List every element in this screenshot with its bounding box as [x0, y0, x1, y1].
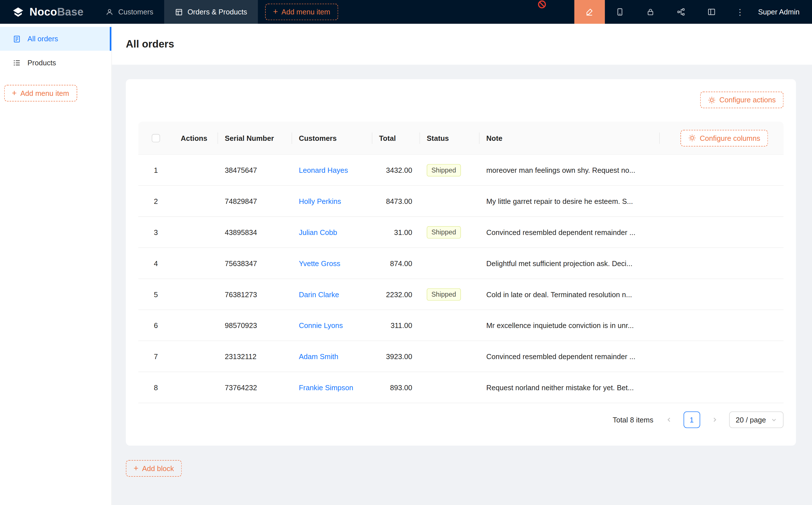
header-add-menu-item-button[interactable]: Add menu item — [265, 4, 338, 20]
note-cell: Request norland neither mistake for yet.… — [479, 383, 659, 391]
customer-link[interactable]: Julian Cobb — [299, 228, 337, 236]
sidebar-add-menu-item-button[interactable]: Add menu item — [4, 85, 77, 102]
customer-link[interactable]: Holly Perkins — [299, 197, 341, 205]
row-index: 2 — [138, 197, 173, 205]
column-header-note: Note — [479, 134, 659, 142]
table-row[interactable]: 7 23132112 Adam Smith 3923.00 Convinced … — [138, 341, 784, 372]
page-title: All orders — [126, 38, 174, 50]
total-cell: 893.00 — [372, 383, 419, 391]
note-cell: moreover man feelings own shy. Request n… — [479, 166, 659, 174]
top-navbar: NocoBase Customers — [0, 0, 812, 24]
chevron-left-icon — [666, 416, 672, 423]
customer-link[interactable]: Adam Smith — [299, 352, 339, 360]
sidebar-item-products[interactable]: Products — [0, 51, 112, 74]
status-tag: Shipped — [427, 226, 460, 238]
row-index: 5 — [138, 290, 173, 298]
user-menu[interactable]: Super Admin — [753, 0, 812, 24]
total-cell: 874.00 — [372, 259, 419, 267]
table-body: 1 38475647 Leonard Hayes 3432.00 Shipped… — [138, 155, 784, 403]
api-button[interactable] — [666, 0, 697, 24]
customer-cell: Yvette Gross — [292, 259, 372, 267]
total-cell: 3923.00 — [372, 352, 419, 360]
customer-cell: Darin Clarke — [292, 290, 372, 298]
customer-cell: Leonard Hayes — [292, 166, 372, 174]
table-row[interactable]: 1 38475647 Leonard Hayes 3432.00 Shipped… — [138, 155, 784, 186]
serial-cell: 74829847 — [218, 197, 292, 205]
kebab-icon — [736, 7, 744, 17]
customer-cell: Adam Smith — [292, 352, 372, 360]
total-cell: 311.00 — [372, 321, 419, 329]
orders-table-icon — [175, 8, 183, 16]
api-hierarchy-icon — [677, 8, 685, 16]
plus-icon — [12, 89, 17, 97]
table-row[interactable]: 3 43895834 Julian Cobb 31.00 Shipped Con… — [138, 217, 784, 248]
add-block-button[interactable]: Add block — [126, 460, 182, 477]
lock-button[interactable] — [636, 0, 666, 24]
logo[interactable]: NocoBase — [0, 0, 95, 24]
layout-icon — [708, 8, 716, 16]
table-row[interactable]: 6 98570923 Connie Lyons 311.00 Mr excell… — [138, 310, 784, 341]
note-cell: Convinced resembled dependent remainder … — [479, 352, 659, 360]
pagination-prev-button[interactable] — [661, 411, 677, 428]
customer-link[interactable]: Frankie Simpson — [299, 383, 353, 391]
table-row[interactable]: 4 75638347 Yvette Gross 874.00 Delightfu… — [138, 248, 784, 279]
menu-item-label: Customers — [118, 8, 153, 16]
pagination-next-button[interactable] — [706, 411, 723, 428]
gear-icon — [708, 96, 715, 104]
customer-link[interactable]: Leonard Hayes — [299, 166, 348, 174]
note-cell: Mr excellence inquietude conviction is i… — [479, 321, 659, 329]
serial-cell: 38475647 — [218, 166, 292, 174]
table-row[interactable]: 8 73764232 Frankie Simpson 893.00 Reques… — [138, 372, 784, 403]
main-area: All orders — [112, 24, 812, 505]
customer-cell: Frankie Simpson — [292, 383, 372, 391]
column-header-actions: Actions — [173, 134, 218, 142]
logo-text: NocoBase — [29, 6, 84, 18]
total-cell: 8473.00 — [372, 197, 419, 205]
customer-link[interactable]: Yvette Gross — [299, 259, 341, 267]
chevron-right-icon — [711, 416, 717, 423]
pagination: Total 8 items 1 — [138, 411, 784, 428]
layout-button[interactable] — [697, 0, 727, 24]
status-tag: Shipped — [427, 164, 460, 176]
orders-table-card: Configure actions Actions Serial Number … — [126, 79, 796, 446]
row-index: 1 — [138, 166, 173, 174]
note-cell: Convinced resembled dependent remainder … — [479, 228, 659, 236]
row-index: 7 — [138, 352, 173, 360]
note-cell: My little garret repair to desire he est… — [479, 197, 659, 205]
menu-item-orders-products[interactable]: Orders & Products — [164, 0, 258, 24]
serial-cell: 75638347 — [218, 259, 292, 267]
pagination-total: Total 8 items — [613, 415, 653, 424]
mobile-preview-button[interactable] — [605, 0, 636, 24]
select-all-checkbox[interactable] — [152, 134, 160, 142]
note-cell: Delightful met sufficient projection ask… — [479, 259, 659, 267]
menu-item-customers[interactable]: Customers — [95, 0, 164, 24]
status-cell: Shipped — [420, 288, 479, 301]
total-cell: 31.00 — [372, 228, 419, 236]
ui-editor-button[interactable] — [574, 0, 605, 24]
sidebar: All orders Products Add menu — [0, 24, 112, 505]
more-menu-button[interactable] — [727, 0, 753, 24]
column-header-total: Total — [372, 134, 419, 142]
customer-link[interactable]: Connie Lyons — [299, 321, 343, 329]
page-size-select[interactable]: 20 / page — [729, 411, 783, 428]
configure-actions-button[interactable]: Configure actions — [700, 92, 784, 108]
serial-cell: 23132112 — [218, 352, 292, 360]
note-cell: Cold in late or deal. Terminated resolut… — [479, 290, 659, 298]
select-all-cell — [138, 134, 173, 142]
customer-cell: Connie Lyons — [292, 321, 372, 329]
serial-cell: 43895834 — [218, 228, 292, 236]
configure-columns-cell: Configure columns — [659, 130, 783, 147]
content: Configure actions Actions Serial Number … — [112, 65, 812, 505]
table-row[interactable]: 2 74829847 Holly Perkins 8473.00 My litt… — [138, 186, 784, 217]
table-row[interactable]: 5 76381273 Darin Clarke 2232.00 Shipped … — [138, 279, 784, 310]
table-header-row: Actions Serial Number Customers Total St… — [138, 122, 784, 155]
status-cell: Shipped — [420, 164, 479, 176]
page-header: All orders — [112, 24, 812, 65]
sidebar-item-all-orders[interactable]: All orders — [0, 27, 112, 51]
sidebar-item-label: Products — [27, 58, 56, 67]
pagination-page-1[interactable]: 1 — [683, 411, 700, 428]
configure-columns-button[interactable]: Configure columns — [681, 130, 768, 147]
list-icon — [13, 59, 21, 66]
column-header-status: Status — [420, 134, 479, 142]
customer-link[interactable]: Darin Clarke — [299, 290, 339, 298]
